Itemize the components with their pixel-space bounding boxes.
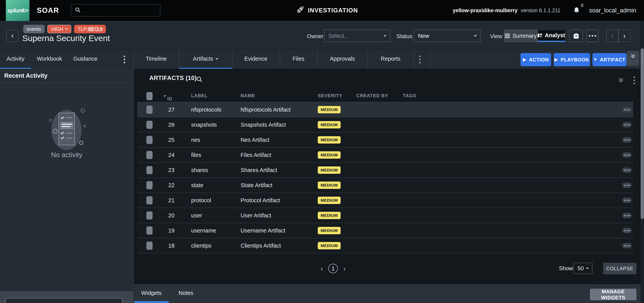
table-row[interactable]: 21 protocol Protocol Artifact MEDIUM (137, 193, 633, 208)
collapse-all-rows-button[interactable] (617, 77, 624, 84)
table-body: 27 nfsprotocols Nfsprotocols Artifact ME… (137, 102, 633, 253)
row-actions-button[interactable] (622, 183, 632, 188)
table-row[interactable]: 20 user User Artifact MEDIUM (137, 208, 633, 223)
tab-timeline[interactable]: Timeline (134, 50, 179, 68)
splunk-logo[interactable]: splunk> (6, 0, 30, 21)
table-row[interactable]: 26 snapshots Snapshots Artifact MEDIUM (137, 117, 633, 132)
pagination: ‹ 1 › (321, 264, 346, 273)
row-actions-button[interactable] (622, 213, 632, 218)
artifact-id: 26 (168, 122, 174, 128)
row-checkbox[interactable] (146, 121, 152, 129)
table-row[interactable]: 19 username Username Artifact MEDIUM (137, 223, 633, 238)
next-page-button[interactable]: › (343, 265, 346, 272)
table-row[interactable]: 27 nfsprotocols Nfsprotocols Artifact ME… (137, 102, 633, 117)
search-icon (196, 76, 203, 83)
row-checkbox[interactable] (146, 151, 152, 159)
section-heading: INVESTIGATION (296, 0, 358, 21)
tab-widgets[interactable]: Widgets (134, 285, 169, 301)
divider (280, 50, 280, 69)
view-analyst-button[interactable]: Analyst (538, 30, 566, 42)
prev-event-button[interactable]: ‹ (606, 30, 618, 42)
divider (179, 50, 179, 69)
column-header-id[interactable]: ▾ID (164, 93, 167, 98)
table-row[interactable]: 23 shares Shares Artifact MEDIUM (137, 163, 633, 178)
row-checkbox[interactable] (146, 196, 152, 204)
summary-icon (505, 34, 510, 38)
artifacts-menu-button[interactable] (630, 76, 638, 85)
artifact-name: Protocol Artifact (240, 197, 280, 204)
row-actions-button[interactable] (622, 152, 632, 158)
row-checkbox[interactable] (146, 181, 152, 189)
user-menu[interactable]: soar_local_admin (589, 7, 636, 14)
run-action-button[interactable]: ▶ ACTION (520, 53, 551, 66)
row-actions-button[interactable] (622, 167, 632, 173)
right-tabs-menu[interactable] (416, 55, 424, 64)
view-summary-button[interactable]: Summary (504, 30, 538, 42)
tab-reports[interactable]: Reports (368, 50, 414, 68)
row-checkbox[interactable] (146, 227, 152, 235)
tab-guidance[interactable]: Guidance (68, 50, 103, 68)
tab-notes[interactable]: Notes (169, 285, 203, 301)
show-label: Show (559, 265, 573, 272)
row-actions-button[interactable] (622, 198, 632, 203)
more-options-button[interactable] (586, 30, 598, 42)
artifact-name: Username Artifact (240, 228, 285, 234)
page-size-select[interactable]: 50 (574, 263, 592, 274)
tab-workbook[interactable]: Workbook (31, 50, 68, 68)
row-checkbox[interactable] (146, 242, 152, 250)
artifact-label: username (191, 228, 216, 234)
search-icon (75, 7, 81, 14)
sort-desc-icon: ▾ (164, 94, 166, 98)
notifications-button[interactable]: 0 (573, 6, 580, 15)
row-checkbox[interactable] (146, 136, 152, 144)
left-tabs-menu[interactable] (120, 55, 128, 64)
column-header-name[interactable]: NAME (240, 93, 255, 98)
row-checkbox[interactable] (146, 211, 152, 220)
event-id: ID: 10 (88, 26, 102, 32)
table-row[interactable]: 18 clientips Clientips Artifact MEDIUM (137, 238, 633, 253)
table-row[interactable]: 24 files Files Artifact MEDIUM (137, 148, 633, 163)
analyst-icon (538, 33, 542, 37)
column-header-severity[interactable]: SEVERITY (318, 93, 342, 98)
tab-files[interactable]: Files (280, 50, 317, 68)
evidence-case-button[interactable] (569, 30, 583, 42)
collapse-button[interactable]: COLLAPSE (603, 263, 636, 274)
status-label: Status (396, 33, 412, 39)
row-checkbox[interactable] (146, 106, 152, 114)
topnav-right: yellow-praxidike-mulberry version 6.1.1.… (453, 0, 636, 21)
row-checkbox[interactable] (146, 166, 152, 174)
search-input[interactable] (84, 7, 156, 13)
scrollbar-thumb[interactable] (641, 48, 644, 219)
column-header-created-by[interactable]: CREATED BY (356, 93, 388, 98)
tab-activity[interactable]: Activity (0, 50, 31, 68)
owner-select[interactable]: Select... (324, 30, 390, 42)
manage-widgets-button[interactable]: MANAGE WIDGETS (590, 289, 636, 300)
artifacts-search-button[interactable] (196, 76, 203, 83)
status-select[interactable]: New (414, 30, 480, 42)
page-1-button[interactable]: 1 (328, 264, 338, 273)
table-row[interactable]: 25 nes Nes Artifact MEDIUM (137, 132, 633, 148)
row-actions-button[interactable] (622, 228, 632, 233)
tab-approvals[interactable]: Approvals (317, 50, 368, 68)
select-all-checkbox[interactable] (146, 92, 152, 100)
row-actions-button[interactable] (622, 107, 632, 112)
severity-dropdown[interactable]: HIGH (47, 25, 72, 33)
prev-page-button[interactable]: ‹ (321, 265, 323, 272)
run-playbook-button[interactable]: ▶ PLAYBOOK (554, 53, 590, 66)
container-type-badge: events (23, 25, 44, 33)
tab-artifacts[interactable]: Artifacts (179, 50, 232, 68)
global-search[interactable] (71, 4, 160, 16)
activity-note-input[interactable] (6, 298, 122, 303)
next-event-button[interactable]: › (618, 30, 630, 42)
collapse-toolbar-button[interactable] (627, 51, 639, 66)
kebab-icon (634, 76, 635, 84)
column-header-label[interactable]: LABEL (191, 93, 208, 98)
tab-evidence[interactable]: Evidence (232, 50, 280, 68)
row-actions-button[interactable] (622, 122, 632, 127)
column-header-tags[interactable]: TAGS (403, 93, 416, 98)
row-actions-button[interactable] (622, 137, 632, 143)
back-button[interactable]: ‹ (6, 30, 18, 42)
table-row[interactable]: 22 state State Artifact MEDIUM (137, 178, 633, 193)
add-artifact-button[interactable]: + ARTIFACT (592, 53, 626, 66)
row-actions-button[interactable] (622, 243, 632, 248)
